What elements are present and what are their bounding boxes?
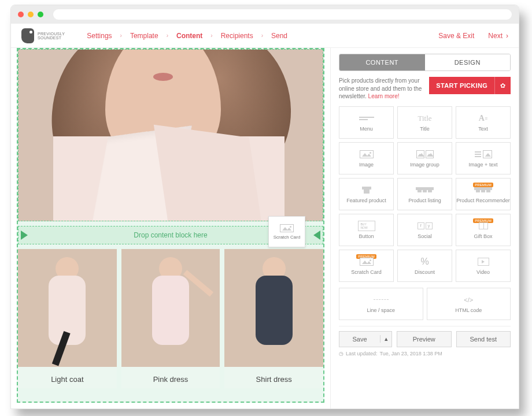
last-updated: ◷ Last updated: Tue, Jan 23, 2018 1:38 P…	[339, 351, 511, 356]
image-icon	[358, 149, 375, 159]
block-image-text[interactable]: Image + text	[456, 142, 511, 174]
featured-product-icon	[358, 185, 375, 195]
editor-canvas[interactable]: Drop content block here Scratch Card ↖ L…	[11, 48, 330, 408]
social-icon: fy	[416, 221, 434, 231]
pick-description: Pick products directly from your online …	[339, 77, 424, 101]
app-header: PREVIOUSLY SOUNDEST Settings › Template …	[11, 24, 519, 48]
tab-design[interactable]: DESIGN	[425, 54, 511, 70]
product-label: Pink dress	[121, 367, 220, 388]
drop-zone-label: Drop content block here	[134, 231, 207, 239]
product-label: Light coat	[18, 367, 117, 388]
browser-chrome	[11, 5, 519, 24]
text-icon: A≡	[475, 113, 492, 124]
gear-icon[interactable]: ✿	[494, 77, 511, 94]
scratch-card-icon	[280, 224, 294, 232]
button-icon: BUY NOW	[358, 221, 375, 231]
block-video[interactable]: Video	[456, 250, 511, 282]
premium-badge: PREMIUM	[473, 183, 493, 187]
chevron-right-icon: ›	[506, 32, 508, 40]
tab-content[interactable]: CONTENT	[339, 54, 425, 70]
clock-icon: ◷	[339, 351, 343, 356]
breadcrumb: Settings › Template › Content › Recipien…	[87, 32, 287, 40]
product-listing-icon	[416, 185, 434, 195]
image-group-icon	[416, 149, 434, 159]
crumb-template[interactable]: Template	[130, 32, 158, 40]
chevron-right-icon: ›	[261, 32, 263, 39]
product-row[interactable]: Light coat Pink dress Shirt dress	[18, 249, 323, 388]
block-gift-box[interactable]: PREMIUMGift Box	[456, 214, 511, 246]
save-button[interactable]: Save ▴	[339, 331, 392, 347]
window-max-dot[interactable]	[38, 12, 43, 17]
drop-zone[interactable]: Drop content block here Scratch Card ↖	[18, 226, 323, 244]
scratch-card-icon	[358, 257, 375, 267]
image-text-icon	[475, 149, 492, 159]
save-dropdown-toggle[interactable]: ▴	[380, 335, 391, 343]
product-thumb	[121, 249, 220, 367]
hero-image-block[interactable]	[18, 49, 323, 221]
block-button[interactable]: BUY NOWButton	[339, 214, 394, 246]
learn-more-link[interactable]: Learn more!	[368, 93, 400, 99]
arrow-right-icon	[21, 231, 28, 240]
line-space-icon	[372, 295, 390, 305]
block-scratch-card[interactable]: PREMIUMScratch Card	[339, 250, 394, 282]
block-title[interactable]: TitleTitle	[397, 106, 452, 139]
product-thumb	[18, 249, 117, 367]
save-exit-link[interactable]: Save & Exit	[438, 32, 474, 40]
crumb-recipients[interactable]: Recipients	[221, 32, 253, 40]
next-link[interactable]: Next ›	[488, 32, 508, 40]
arrow-left-icon	[313, 231, 320, 240]
block-image[interactable]: Image	[339, 142, 394, 174]
title-icon: Title	[416, 113, 434, 124]
url-bar[interactable]	[53, 9, 512, 20]
crumb-settings[interactable]: Settings	[87, 32, 112, 40]
block-text[interactable]: A≡Text	[456, 106, 511, 139]
sidebar: CONTENT DESIGN Pick products directly fr…	[330, 48, 519, 408]
chevron-right-icon: ›	[167, 32, 168, 39]
product-thumb	[224, 249, 323, 367]
product-item[interactable]: Pink dress	[121, 249, 220, 388]
logo-mark-icon	[21, 28, 34, 43]
code-icon: </>	[460, 295, 477, 305]
preview-button[interactable]: Preview	[397, 331, 452, 347]
sidebar-tabs: CONTENT DESIGN	[339, 54, 511, 71]
send-test-button[interactable]: Send test	[456, 331, 511, 347]
product-label: Shirt dress	[224, 367, 323, 388]
block-featured-product[interactable]: Featured product	[339, 178, 394, 210]
block-menu[interactable]: Menu	[339, 106, 394, 139]
browser-window: PREVIOUSLY SOUNDEST Settings › Template …	[10, 5, 519, 409]
logo-text: PREVIOUSLY SOUNDEST	[38, 32, 65, 40]
block-product-listing[interactable]: Product listing	[397, 178, 452, 210]
discount-icon: %	[416, 257, 434, 267]
video-icon	[475, 257, 492, 267]
block-social[interactable]: fySocial	[397, 214, 452, 246]
crumb-content[interactable]: Content	[176, 32, 202, 40]
dragging-block-preview[interactable]: Scratch Card	[268, 216, 305, 247]
block-line-space[interactable]: Line / space	[339, 288, 423, 320]
product-item[interactable]: Shirt dress	[224, 249, 323, 388]
chevron-right-icon: ›	[210, 32, 212, 39]
window-close-dot[interactable]	[18, 12, 24, 17]
sidebar-footer: Save ▴ Preview Send test ◷ Last updated:…	[339, 326, 511, 356]
chevron-right-icon: ›	[120, 32, 122, 39]
block-discount[interactable]: %Discount	[397, 250, 452, 282]
product-item[interactable]: Light coat	[18, 249, 117, 388]
block-html-code[interactable]: </>HTML code	[427, 288, 511, 320]
crumb-send[interactable]: Send	[271, 32, 287, 40]
start-picking-button[interactable]: START PICKING ✿	[429, 77, 511, 94]
block-image-group[interactable]: Image group	[397, 142, 452, 174]
menu-icon	[358, 113, 375, 124]
logo[interactable]: PREVIOUSLY SOUNDEST	[21, 28, 65, 43]
block-palette: Menu TitleTitle A≡Text Image Image group…	[339, 106, 511, 282]
block-product-recommender[interactable]: PREMIUMProduct Recommender	[456, 178, 511, 210]
window-min-dot[interactable]	[28, 12, 34, 17]
